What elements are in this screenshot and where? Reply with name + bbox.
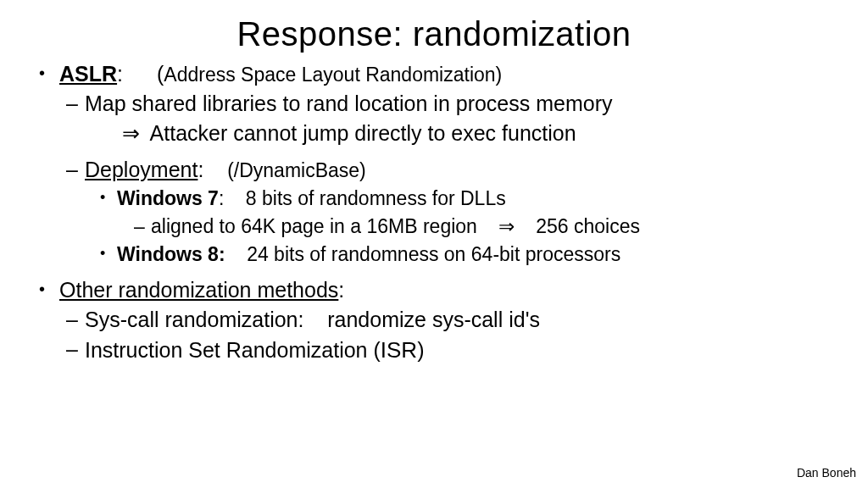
syscall-line: Sys-call randomization: randomize sys-ca… (25, 308, 843, 332)
win7-sub-a: aligned to 64K page in a 16MB region (151, 215, 493, 237)
isr-post: ) (417, 338, 424, 362)
implies-icon: ⇒ (117, 121, 145, 146)
other-methods-colon: : (338, 278, 344, 302)
deployment-line: Deployment: (/DynamicBase) (25, 158, 843, 182)
isr-pre: Instruction Set Randomization ( (85, 338, 381, 362)
other-methods-heading: Other randomization methods: (25, 278, 843, 302)
win8-text: 24 bits of randomness on 64-bit processo… (225, 243, 621, 265)
deployment-label: Deployment (85, 158, 198, 181)
win7-label: Windows 7 (117, 187, 219, 209)
slide-content: Response: randomization ASLR:(Address Sp… (0, 0, 868, 377)
footer-author: Dan Boneh (797, 466, 856, 480)
win7-subline: aligned to 64K page in a 16MB region ⇒ 2… (25, 215, 843, 238)
implies-icon-2: ⇒ (493, 215, 520, 238)
attacker-line: ⇒ Attacker cannot jump directly to exec … (25, 121, 843, 146)
other-methods-label: Other randomization methods (59, 278, 338, 302)
shared-libs-line: Map shared libraries to rand location in… (25, 92, 843, 116)
slide-title: Response: randomization (25, 15, 843, 53)
aslr-colon: : (117, 62, 123, 86)
aslr-expansion: Address Space Layout Randomization) (164, 64, 502, 86)
isr-label: ISR (381, 337, 417, 363)
win8-label: Windows 8: (117, 243, 225, 265)
body-list: ASLR:(Address Space Layout Randomization… (25, 62, 843, 363)
windows7-line: Windows 7: 8 bits of randomness for DLLs (25, 187, 843, 210)
attacker-text: Attacker cannot jump directly to exec fu… (145, 121, 576, 145)
win7-text: 8 bits of randomness for DLLs (224, 187, 505, 209)
aslr-label: ASLR (59, 62, 117, 86)
aslr-heading: ASLR:(Address Space Layout Randomization… (25, 62, 843, 86)
win7-sub-b: 256 choices (520, 215, 640, 237)
deployment-flag: (/DynamicBase) (227, 159, 366, 181)
windows8-line: Windows 8: 24 bits of randomness on 64-b… (25, 243, 843, 266)
isr-line: Instruction Set Randomization (ISR) (25, 337, 843, 363)
deployment-colon: : (198, 158, 203, 181)
